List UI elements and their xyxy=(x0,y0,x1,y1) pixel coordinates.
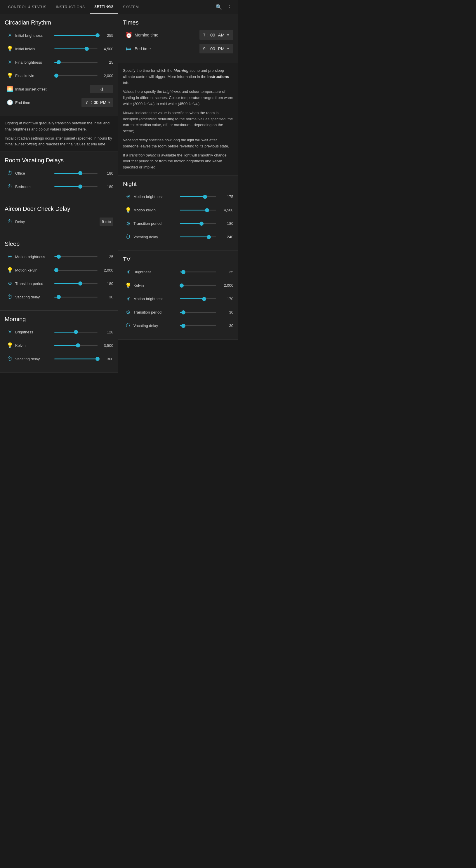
sleep-transition-row: ⚙ Transition period 180 xyxy=(5,278,113,289)
night-transition-slider[interactable] xyxy=(180,221,216,226)
more-icon[interactable]: ⋮ xyxy=(224,2,235,12)
initial-brightness-row: ☀ Initial brightness 255 xyxy=(5,30,113,40)
circadian-desc-2: Initial circadian settings occur after s… xyxy=(5,135,113,148)
info-p4: Vacating delay specifies how long the li… xyxy=(123,137,233,150)
bed-time-hour: 9 xyxy=(203,46,205,51)
morning-time-icon: ⏰ xyxy=(123,32,135,38)
tv-motion-brightness-label: Motion brightness xyxy=(133,297,179,301)
info-p5: If a transition period is available the … xyxy=(123,152,233,170)
morning-vacating-row: ⏱ Vacating delay 300 xyxy=(5,353,113,364)
nav-settings[interactable]: SETTINGS xyxy=(90,0,118,14)
initial-sunset-offset-input[interactable] xyxy=(90,85,113,93)
initial-kelvin-slider[interactable] xyxy=(54,46,97,52)
bedroom-icon: ⏱ xyxy=(5,184,15,190)
night-vacating-slider[interactable] xyxy=(180,234,216,240)
tv-motion-brightness-slider[interactable] xyxy=(180,296,216,302)
initial-brightness-slider[interactable] xyxy=(54,32,97,38)
sleep-motion-brightness-slider[interactable] xyxy=(54,254,97,259)
end-time-row: 🕐 End time 7 : 30 PM ▼ xyxy=(5,97,113,108)
morning-time-box[interactable]: 7 : 00 AM ▼ xyxy=(200,30,233,40)
tv-brightness-label: Brightness xyxy=(133,270,179,274)
morning-time-dropdown-icon[interactable]: ▼ xyxy=(226,33,230,37)
night-motion-kelvin-row: 💡 Motion kelvin 4,500 xyxy=(123,205,233,215)
morning-brightness-icon: ☀ xyxy=(5,329,15,335)
tv-brightness-icon: ☀ xyxy=(123,269,133,275)
tv-brightness-value: 25 xyxy=(217,270,233,274)
bed-time-sep: : xyxy=(207,46,209,51)
sleep-motion-brightness-label: Motion brightness xyxy=(15,255,53,259)
night-transition-icon: ⚙ xyxy=(123,220,133,227)
search-icon[interactable]: 🔍 xyxy=(213,2,224,12)
sleep-motion-kelvin-slider[interactable] xyxy=(54,267,97,273)
tv-vacating-slider[interactable] xyxy=(180,323,216,329)
night-vacating-value: 240 xyxy=(217,235,233,239)
sleep-motion-kelvin-icon: 💡 xyxy=(5,267,15,273)
nav-system[interactable]: SYSTEM xyxy=(118,0,143,14)
night-title: Night xyxy=(123,181,233,187)
final-brightness-slider[interactable] xyxy=(54,59,97,65)
bedroom-slider[interactable] xyxy=(54,184,97,189)
morning-kelvin-row: 💡 Kelvin 3,500 xyxy=(5,340,113,351)
morning-kelvin-slider[interactable] xyxy=(54,342,97,348)
brightness-icon: ☀ xyxy=(5,32,15,38)
morning-vacating-value: 300 xyxy=(99,357,113,361)
sleep-motion-brightness-row: ☀ Motion brightness 25 xyxy=(5,251,113,262)
main-layout: Circadian Rhythm ☀ Initial brightness 25… xyxy=(0,14,238,373)
sleep-motion-kelvin-label: Motion kelvin xyxy=(15,268,53,272)
final-kelvin-label: Final kelvin xyxy=(15,73,53,78)
morning-brightness-row: ☀ Brightness 128 xyxy=(5,327,113,337)
end-time-label: End time xyxy=(15,100,53,105)
morning-kelvin-label: Kelvin xyxy=(15,343,53,348)
night-motion-brightness-value: 175 xyxy=(217,194,233,199)
office-row: ⏱ Office 180 xyxy=(5,168,113,178)
tv-transition-slider[interactable] xyxy=(180,309,216,315)
end-time-box[interactable]: 7 : 30 PM ▼ xyxy=(82,98,113,107)
tv-vacating-row: ⏱ Vacating delay 30 xyxy=(123,320,233,331)
bed-time-box[interactable]: 9 : 00 PM ▼ xyxy=(200,44,233,54)
sleep-transition-icon: ⚙ xyxy=(5,280,15,287)
morning-time-row: ⏰ Morning time 7 : 00 AM ▼ xyxy=(123,30,233,40)
morning-vacating-slider[interactable] xyxy=(54,356,97,362)
initial-kelvin-value: 4,500 xyxy=(99,47,113,51)
circadian-title: Circadian Rhythm xyxy=(5,19,113,26)
info-p1: Specify the time for which the Morning s… xyxy=(123,68,233,86)
tv-kelvin-icon: 💡 xyxy=(123,282,133,289)
night-motion-brightness-label: Motion brightness xyxy=(133,194,179,199)
end-time-ampm[interactable]: PM ▼ xyxy=(100,100,111,105)
nav-control-status[interactable]: CONTROL & STATUS xyxy=(3,0,51,14)
final-kelvin-value: 2,000 xyxy=(99,73,113,78)
aircon-section: Aircon Door Check Delay ⏱ Delay 5 min xyxy=(0,200,118,235)
vacating-section: Room Vacating Delays ⏱ Office 180 ⏱ Bedr… xyxy=(0,152,118,200)
morning-brightness-slider[interactable] xyxy=(54,329,97,335)
night-motion-brightness-row: ☀ Motion brightness 175 xyxy=(123,191,233,202)
final-kelvin-slider[interactable] xyxy=(54,73,97,79)
end-time-min: 30 xyxy=(93,100,99,105)
offset-italic: initial sunset offset xyxy=(5,142,36,146)
tv-brightness-slider[interactable] xyxy=(180,269,216,275)
tv-kelvin-slider[interactable] xyxy=(180,283,216,288)
bedroom-row: ⏱ Bedroom 180 xyxy=(5,181,113,192)
delay-box[interactable]: 5 min xyxy=(99,218,113,226)
final-kelvin-icon: 💡 xyxy=(5,72,15,79)
morning-brightness-label: Brightness xyxy=(15,330,53,334)
night-motion-brightness-slider[interactable] xyxy=(180,194,216,200)
night-motion-kelvin-value: 4,500 xyxy=(217,208,233,212)
sleep-motion-kelvin-row: 💡 Motion kelvin 2,000 xyxy=(5,265,113,275)
bed-time-dropdown-icon[interactable]: ▼ xyxy=(226,47,230,51)
end-time-dropdown-icon: ▼ xyxy=(108,100,111,104)
sleep-transition-slider[interactable] xyxy=(54,281,97,286)
sleep-vacating-value: 30 xyxy=(99,295,113,299)
end-time-icon: 🕐 xyxy=(5,99,15,106)
sleep-vacating-slider[interactable] xyxy=(54,294,97,300)
bed-time-icon: 🛏 xyxy=(123,45,135,52)
tv-kelvin-value: 2,000 xyxy=(217,283,233,287)
nav-instructions[interactable]: INSTRUCTIONS xyxy=(51,0,90,14)
info-section: Specify the time for which the Morning s… xyxy=(118,63,238,176)
final-brightness-icon: ☀ xyxy=(5,59,15,65)
night-vacating-row: ⏱ Vacating delay 240 xyxy=(123,232,233,242)
night-motion-kelvin-icon: 💡 xyxy=(123,207,133,213)
office-slider[interactable] xyxy=(54,170,97,176)
info-p3: Motion indicates the value is specific t… xyxy=(123,110,233,134)
night-motion-kelvin-slider[interactable] xyxy=(180,207,216,213)
tv-vacating-label: Vacating delay xyxy=(133,323,179,328)
